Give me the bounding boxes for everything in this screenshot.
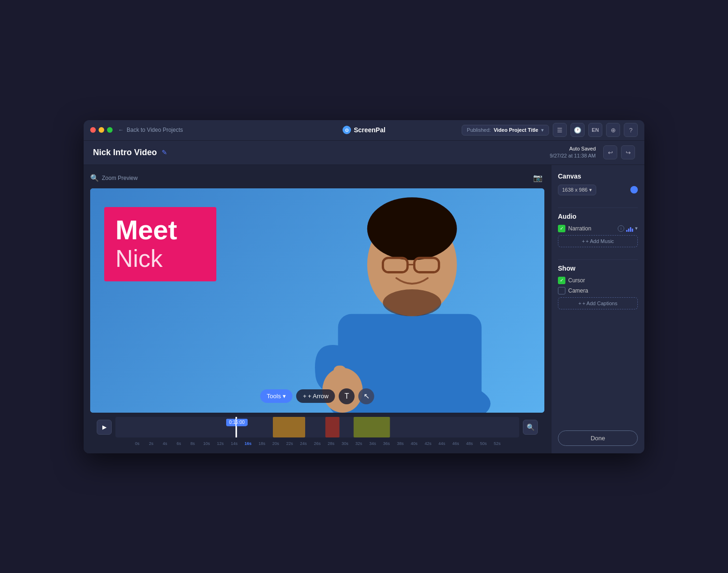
svg-rect-11: [325, 417, 339, 437]
app-logo: ⊙ ScreenPal: [343, 126, 385, 134]
text-tool-btn[interactable]: T: [339, 388, 355, 404]
narration-volume-icon[interactable]: [626, 225, 633, 232]
tools-chevron-icon: ▾: [283, 393, 286, 400]
camera-item: Camera: [558, 287, 638, 294]
svg-point-9: [383, 289, 441, 316]
right-panel: Canvas 1638 x 986 ▾ Audio ✓: [551, 165, 644, 453]
help-icon-btn[interactable]: ?: [624, 123, 638, 137]
language-btn[interactable]: EN: [588, 123, 602, 137]
cursor-label: Cursor: [568, 277, 638, 284]
maximize-button[interactable]: [107, 127, 113, 133]
waveform-svg: // Generate waveform bars inline via tem…: [115, 417, 519, 437]
app-window: ← Back to Video Projects ⊙ ScreenPal Pub…: [84, 120, 644, 453]
add-captions-btn[interactable]: + + Add Captions: [558, 297, 638, 309]
publish-label: Published:: [467, 127, 491, 133]
timeline-ruler: 0s 2s 4s 6s 8s 10s 12s 14s 16s 18s 20s 2…: [97, 440, 538, 446]
divider-1: [558, 208, 638, 208]
minimize-button[interactable]: [99, 127, 104, 133]
edit-icon[interactable]: ✎: [162, 149, 167, 156]
narration-info-icon[interactable]: i: [618, 225, 624, 232]
audio-title: Audio: [558, 213, 638, 220]
camera-label: Camera: [568, 287, 638, 294]
canvas-row: 1638 x 986 ▾: [558, 185, 638, 195]
narration-controls: i ▾: [618, 225, 638, 232]
svg-rect-8: [334, 365, 346, 390]
timeline-track[interactable]: // Generate waveform bars inline via tem…: [115, 417, 519, 437]
cursor-tool-btn[interactable]: ↖: [358, 388, 374, 404]
screenshot-icon-btn[interactable]: 📷: [531, 172, 544, 185]
tools-dropdown-btn[interactable]: Tools ▾: [260, 389, 293, 403]
editor-area: 🔍 Zoom Preview 📷: [84, 165, 551, 453]
narration-chevron-icon[interactable]: ▾: [635, 225, 638, 231]
narration-item: ✓ Narration i ▾: [558, 225, 638, 232]
canvas-title: Canvas: [558, 172, 638, 180]
back-arrow-icon: ←: [118, 127, 124, 133]
meet-nick-card: Meet Nick: [104, 207, 216, 281]
clock-icon-btn[interactable]: 🕐: [571, 123, 585, 137]
camera-checkbox[interactable]: [558, 287, 565, 294]
publish-value: Video Project Title: [493, 127, 538, 133]
arrow-tool-btn[interactable]: + + Arrow: [296, 389, 335, 403]
video-preview: Meet Nick Tools ▾ + + Arrow: [90, 188, 544, 413]
close-button[interactable]: [90, 127, 96, 133]
svg-point-3: [367, 197, 457, 260]
timeline-playhead: [236, 417, 236, 437]
auto-saved-info: Auto Saved 9/27/22 at 11:38 AM: [550, 145, 596, 160]
person-svg: [275, 188, 544, 413]
add-captions-plus-icon: +: [578, 301, 581, 306]
narration-checkbox[interactable]: ✓: [558, 225, 565, 232]
play-button[interactable]: ▶: [97, 420, 112, 435]
show-title: Show: [558, 265, 638, 272]
logo-icon: ⊙: [343, 126, 351, 134]
timeline-track-container[interactable]: // Generate waveform bars inline via tem…: [115, 417, 519, 437]
list-icon-btn[interactable]: ☰: [553, 123, 567, 137]
plus-icon: +: [303, 393, 307, 400]
traffic-lights: [90, 127, 113, 133]
timeline-search-btn[interactable]: 🔍: [523, 420, 538, 435]
undo-button[interactable]: ↩: [603, 145, 617, 159]
svg-rect-10: [273, 417, 305, 437]
timeline-time-marker: 0:16:00: [226, 419, 247, 426]
publish-dropdown[interactable]: Published: Video Project Title ▾: [462, 125, 549, 136]
header-bar: Nick Intro Video ✎ Auto Saved 9/27/22 at…: [84, 141, 644, 165]
nick-text: Nick: [115, 245, 205, 272]
layers-icon-btn[interactable]: ⊕: [606, 123, 620, 137]
meet-text: Meet: [115, 216, 205, 244]
audio-section: Audio ✓ Narration i ▾: [558, 213, 638, 247]
title-bar: ← Back to Video Projects ⊙ ScreenPal Pub…: [84, 120, 644, 141]
done-button[interactable]: Done: [558, 430, 638, 446]
tools-overlay: Tools ▾ + + Arrow T ↖: [260, 388, 374, 404]
cursor-checkbox[interactable]: ✓: [558, 277, 565, 284]
canvas-color-dot[interactable]: [630, 186, 638, 193]
back-button[interactable]: ← Back to Video Projects: [118, 127, 183, 133]
zoom-icon: 🔍: [90, 174, 99, 182]
title-bar-right: Published: Video Project Title ▾ ☰ 🕐 EN …: [462, 123, 638, 137]
zoom-preview-btn[interactable]: 🔍 Zoom Preview: [90, 174, 138, 182]
cursor-item: ✓ Cursor: [558, 277, 638, 284]
add-music-btn[interactable]: + + Add Music: [558, 235, 638, 247]
canvas-chevron-icon: ▾: [589, 187, 592, 193]
project-title: Nick Intro Video: [93, 148, 157, 158]
chevron-down-icon: ▾: [541, 127, 544, 133]
timeline-bar: ▶ // Generate waveform bars inline via t…: [90, 413, 544, 449]
svg-rect-12: [354, 417, 390, 437]
preview-toolbar: 🔍 Zoom Preview 📷: [90, 172, 544, 185]
narration-label: Narration: [568, 225, 615, 232]
cursor-icon: ↖: [364, 392, 370, 401]
show-section: Show ✓ Cursor Camera + + Add Captions: [558, 265, 638, 309]
header-actions: ↩ ↪: [603, 145, 635, 159]
add-music-plus-icon: +: [582, 238, 585, 244]
canvas-size-dropdown[interactable]: 1638 x 986 ▾: [558, 185, 596, 195]
redo-button[interactable]: ↪: [621, 145, 635, 159]
divider-2: [558, 259, 638, 260]
timeline-controls: ▶ // Generate waveform bars inline via t…: [97, 417, 538, 437]
canvas-section: Canvas 1638 x 986 ▾: [558, 172, 638, 195]
